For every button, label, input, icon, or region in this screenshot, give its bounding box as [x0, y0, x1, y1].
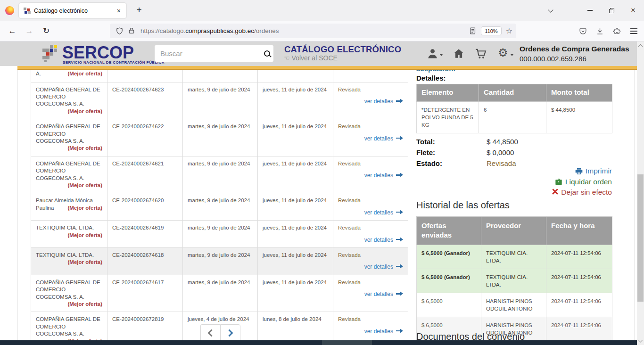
action-link-liq[interactable]: Liquidar orden	[565, 178, 612, 186]
issue-date-cell: martes, 9 de julio de 2024	[183, 221, 258, 248]
provider-cell: COMPAÑIA GENERAL DE COMERCIO COGECOMSA S…	[31, 275, 107, 312]
action-link-print[interactable]: Imprimir	[586, 167, 612, 175]
issue-date-cell: martes, 9 de julio de 2024	[183, 248, 258, 275]
acceptance-date-cell: jueves, 11 de julio de 2024	[258, 193, 333, 221]
zoom-level-chip[interactable]: 110%	[481, 26, 501, 35]
offer-datetime-cell: 2024-07-11 12:54:06	[546, 269, 612, 293]
menu-hamburger-icon[interactable]	[627, 25, 640, 38]
tab-close-icon[interactable]: ×	[116, 7, 122, 15]
action-print: Imprimir	[416, 166, 612, 177]
tab-favicon-icon	[23, 7, 30, 14]
view-details-link[interactable]: ver detalles	[364, 263, 393, 270]
lock-icon[interactable]	[128, 27, 136, 35]
pocket-icon[interactable]	[576, 25, 589, 38]
offer-row: $ 6,5000 (Ganador)TEXTIQUIM CIA. LTDA.20…	[417, 269, 612, 293]
browser-window: Catálogo electrónico × + × ← → ↻ https:/…	[0, 0, 644, 345]
view-details: ver detalles	[338, 98, 403, 105]
tab-list-chevron-icon[interactable]	[543, 4, 559, 17]
shield-icon[interactable]	[116, 27, 124, 35]
browser-tab[interactable]: Catálogo electrónico ×	[19, 3, 126, 18]
scroll-down-icon[interactable]	[638, 338, 643, 343]
new-tab-button[interactable]: +	[133, 4, 145, 16]
view-details: ver detalles	[338, 328, 403, 335]
order-actions: ImprimirLiquidar ordenDejar sin efecto	[416, 166, 612, 198]
back-to-soce-link[interactable]: ☜Volver al SOCE	[284, 54, 338, 62]
orders-generated-block: Ordenes de Compra Generadas 000.000.002.…	[520, 45, 633, 63]
search-icon	[264, 50, 270, 57]
settings-gear-icon[interactable]: ⚙	[498, 47, 511, 59]
offer-amount-cell: $ 6,5000 (Ganador)	[417, 269, 481, 293]
issue-date-cell: martes, 9 de julio de 2024	[183, 275, 258, 312]
total-value: $ 44,8500	[487, 138, 518, 146]
user-account-icon[interactable]	[427, 48, 440, 60]
view-details-link[interactable]: ver detalles	[364, 135, 393, 142]
details-row: *DETERGENTE EN POLVO FUNDA DE 5 KG6$ 44,…	[417, 102, 612, 133]
orders-generated-number: 000.000.002.659.286	[520, 55, 633, 63]
next-page-button[interactable]	[220, 324, 240, 342]
column-header-fecha: Fecha y hora	[546, 217, 612, 245]
best-offer-label: (Mejor oferta)	[68, 301, 102, 308]
order-row: COMPAÑIA GENERAL DE COMERCIO COGECOMSA S…	[31, 82, 408, 119]
bookmark-star-icon[interactable]: ☆	[506, 26, 512, 35]
best-offer-label: (Mejor oferta)	[68, 232, 102, 239]
hand-pointer-icon: ☜	[284, 54, 290, 62]
empty-cell	[107, 70, 183, 82]
view-details-link[interactable]: ver detalles	[364, 328, 393, 335]
previous-page-button[interactable]	[200, 324, 220, 342]
url-path: /ordenes	[254, 27, 279, 34]
order-row: COMPAÑIA GENERAL DE COMERCIO COGECOMSA S…	[31, 119, 408, 156]
restore-button[interactable]	[603, 4, 619, 17]
reader-mode-icon[interactable]	[469, 27, 477, 35]
search-input[interactable]	[155, 45, 260, 62]
url-bar[interactable]: https://catalogo.compraspublicas.gob.ec/…	[110, 24, 516, 38]
offer-row: $ 6,5000 (Ganador)TEXTIQUIM CIA. LTDA.20…	[417, 245, 612, 269]
acceptance-date-cell: jueves, 11 de julio de 2024	[258, 275, 333, 312]
sercop-wordmark: SERCOP	[62, 43, 134, 63]
acceptance-date-cell: jueves, 11 de julio de 2024	[258, 156, 333, 193]
total-label: Flete:	[416, 148, 487, 156]
offer-row: $ 6,5000HARNISTH PINOS ODGUIL ANTONIO202…	[417, 293, 612, 317]
totals-block: Total:$ 44,8500Flete:$ 0,0000Estado:Revi…	[416, 136, 612, 169]
settings-caret-icon	[511, 54, 513, 56]
view-details-link[interactable]: ver detalles	[364, 172, 393, 179]
best-offer-label: (Mejor oferta)	[68, 108, 102, 115]
order-row: TEXTIQUIM CIA. LTDA. (Mejor oferta)CE-20…	[31, 221, 408, 248]
url-text: https://catalogo.compraspublicas.gob.ec/…	[140, 27, 469, 34]
extensions-puzzle-icon[interactable]	[610, 25, 623, 38]
home-icon[interactable]	[453, 48, 466, 60]
back-button[interactable]: ←	[6, 25, 19, 38]
order-code-cell: CE-20240002674620	[107, 193, 183, 221]
provider-cell: COMPAÑIA GENERAL DE COMERCIO COGECOMSA S…	[31, 156, 107, 193]
best-offer-label: (Mejor oferta)	[68, 145, 102, 152]
printer-icon	[575, 167, 583, 175]
content-left-border	[17, 70, 18, 340]
view-details-link[interactable]: ver detalles	[364, 291, 393, 297]
status-cell: Revisadaver detalles	[333, 156, 408, 193]
action-link-anul[interactable]: Dejar sin efecto	[561, 188, 612, 197]
scrollbar-thumb[interactable]	[637, 174, 644, 302]
download-icon[interactable]	[593, 25, 606, 38]
reload-button[interactable]: ↻	[40, 25, 53, 38]
minimize-button[interactable]	[582, 4, 598, 17]
total-row: Total:$ 44,8500	[416, 136, 612, 147]
view-details-link[interactable]: ver detalles	[364, 209, 393, 216]
close-window-button[interactable]: ×	[625, 4, 641, 17]
forward-button[interactable]: →	[23, 25, 36, 38]
firefox-logo-icon[interactable]	[5, 6, 14, 15]
footer-segment	[322, 340, 372, 345]
cart-icon[interactable]	[475, 48, 488, 60]
scroll-up-icon[interactable]	[638, 44, 643, 49]
issue-date-cell: martes, 9 de julio de 2024	[183, 193, 258, 221]
view-details-link[interactable]: ver detalles	[364, 98, 393, 105]
arrow-right-icon	[396, 172, 403, 177]
tab-title: Catálogo electrónico	[34, 8, 116, 14]
view-details-link[interactable]: ver detalles	[364, 237, 393, 243]
details-heading: Detalles:	[416, 74, 446, 82]
search-button[interactable]	[260, 45, 273, 62]
provider-cell: TEXTIQUIM CIA. LTDA. (Mejor oferta)	[31, 248, 107, 275]
arrow-right-icon	[396, 264, 403, 269]
url-domain: compraspublicas.gob.ec	[185, 27, 254, 34]
arrow-right-icon	[396, 136, 403, 140]
vertical-scrollbar[interactable]	[637, 41, 644, 345]
element-cell: *DETERGENTE EN POLVO FUNDA DE 5 KG	[417, 102, 479, 133]
